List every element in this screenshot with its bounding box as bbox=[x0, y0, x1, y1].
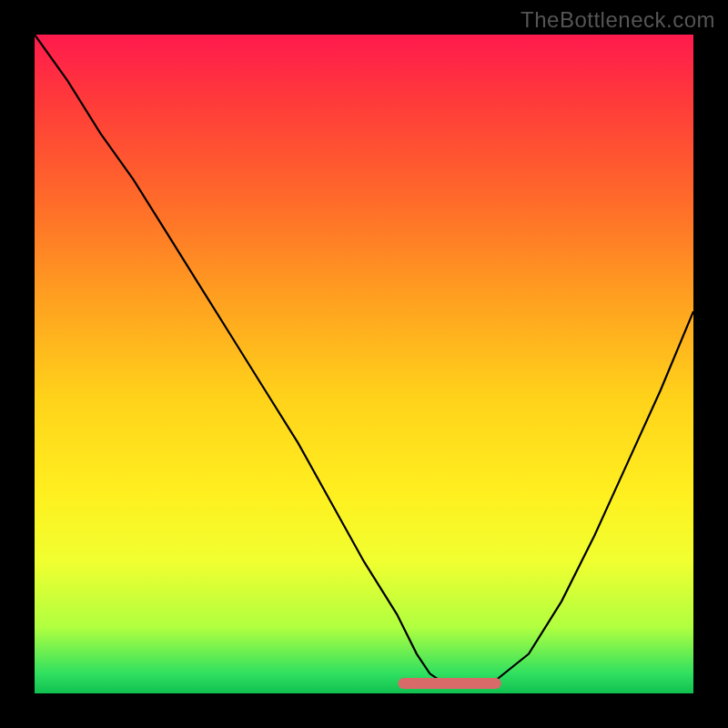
chart-curve-layer bbox=[35, 35, 693, 693]
bottleneck-curve bbox=[35, 35, 693, 687]
watermark-text: TheBottleneck.com bbox=[521, 7, 715, 33]
chart-frame: TheBottleneck.com bbox=[0, 0, 728, 728]
